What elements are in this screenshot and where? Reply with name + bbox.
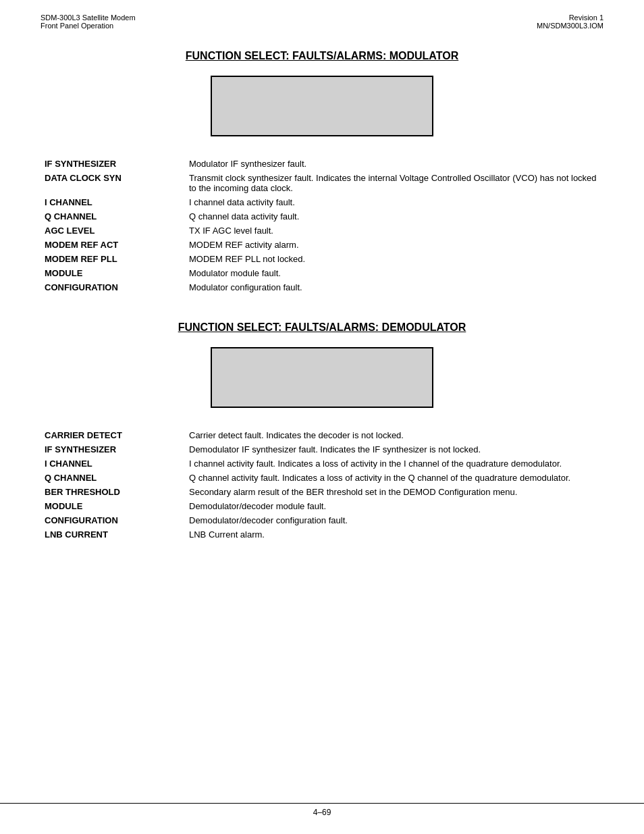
table-row: CONFIGURATIONModulator configuration fau… [41,280,603,294]
fault-description: LNB Current alarm. [176,527,603,542]
page-header: SDM-300L3 Satellite Modem Front Panel Op… [41,14,603,30]
fault-label: CONFIGURATION [41,513,176,527]
fault-label: BER THRESHOLD [41,485,176,499]
fault-description: Modulator configuration fault. [176,280,603,294]
header-revision: Revision 1 [537,14,603,22]
page-footer: 4–69 [0,803,644,817]
demodulator-fault-table: CARRIER DETECTCarrier detect fault. Indi… [41,428,603,542]
table-row: AGC LEVELTX IF AGC level fault. [41,224,603,238]
page-number: 4–69 [313,808,331,817]
header-right: Revision 1 MN/SDM300L3.IOM [537,14,603,30]
fault-label: LNB CURRENT [41,527,176,542]
fault-description: Modulator IF synthesizer fault. [176,157,603,171]
table-row: CARRIER DETECTCarrier detect fault. Indi… [41,428,603,442]
fault-label: CARRIER DETECT [41,428,176,442]
modulator-fault-table: IF SYNTHESIZERModulator IF synthesizer f… [41,157,603,294]
table-row: IF SYNTHESIZERModulator IF synthesizer f… [41,157,603,171]
fault-description: Demodulator IF synthesizer fault. Indica… [176,442,603,457]
fault-label: MODULE [41,266,176,280]
fault-description: Demodulator/decoder configuration fault. [176,513,603,527]
table-row: LNB CURRENTLNB Current alarm. [41,527,603,542]
table-row: MODEM REF ACTMODEM REF activity alarm. [41,238,603,252]
table-row: MODEM REF PLLMODEM REF PLL not locked. [41,252,603,266]
fault-label: I CHANNEL [41,195,176,209]
modulator-section: FUNCTION SELECT: FAULTS/ALARMS: MODULATO… [41,50,603,294]
fault-description: Q channel activity fault. Indicates a lo… [176,471,603,485]
table-row: Q CHANNELQ channel data activity fault. [41,209,603,224]
table-row: Q CHANNELQ channel activity fault. Indic… [41,471,603,485]
header-section: Front Panel Operation [41,22,136,30]
demodulator-section: FUNCTION SELECT: FAULTS/ALARMS: DEMODULA… [41,321,603,542]
fault-description: I channel activity fault. Indicates a lo… [176,457,603,471]
header-left: SDM-300L3 Satellite Modem Front Panel Op… [41,14,136,30]
modulator-title: FUNCTION SELECT: FAULTS/ALARMS: MODULATO… [41,50,603,62]
fault-description: Demodulator/decoder module fault. [176,499,603,513]
table-row: IF SYNTHESIZERDemodulator IF synthesizer… [41,442,603,457]
fault-description: Q channel data activity fault. [176,209,603,224]
fault-label: Q CHANNEL [41,471,176,485]
fault-description: TX IF AGC level fault. [176,224,603,238]
fault-label: Q CHANNEL [41,209,176,224]
header-product: SDM-300L3 Satellite Modem [41,14,136,22]
demodulator-title: FUNCTION SELECT: FAULTS/ALARMS: DEMODULA… [41,321,603,334]
fault-description: MODEM REF activity alarm. [176,238,603,252]
fault-description: I channel data activity fault. [176,195,603,209]
table-row: MODULEModulator module fault. [41,266,603,280]
fault-label: AGC LEVEL [41,224,176,238]
fault-label: MODEM REF PLL [41,252,176,266]
header-docid: MN/SDM300L3.IOM [537,22,603,30]
fault-description: Transmit clock synthesizer fault. Indica… [176,171,603,195]
table-row: DATA CLOCK SYNTransmit clock synthesizer… [41,171,603,195]
fault-description: Modulator module fault. [176,266,603,280]
table-row: CONFIGURATIONDemodulator/decoder configu… [41,513,603,527]
fault-description: Carrier detect fault. Indicates the deco… [176,428,603,442]
fault-label: IF SYNTHESIZER [41,157,176,171]
table-row: I CHANNELI channel activity fault. Indic… [41,457,603,471]
modulator-display-box [211,76,433,136]
fault-label: IF SYNTHESIZER [41,442,176,457]
fault-label: CONFIGURATION [41,280,176,294]
fault-label: DATA CLOCK SYN [41,171,176,195]
fault-label: I CHANNEL [41,457,176,471]
demodulator-display-box [211,347,433,408]
fault-description: MODEM REF PLL not locked. [176,252,603,266]
table-row: BER THRESHOLDSecondary alarm result of t… [41,485,603,499]
table-row: MODULEDemodulator/decoder module fault. [41,499,603,513]
fault-label: MODULE [41,499,176,513]
fault-label: MODEM REF ACT [41,238,176,252]
table-row: I CHANNELI channel data activity fault. [41,195,603,209]
page: SDM-300L3 Satellite Modem Front Panel Op… [0,0,644,834]
fault-description: Secondary alarm result of the BER thresh… [176,485,603,499]
